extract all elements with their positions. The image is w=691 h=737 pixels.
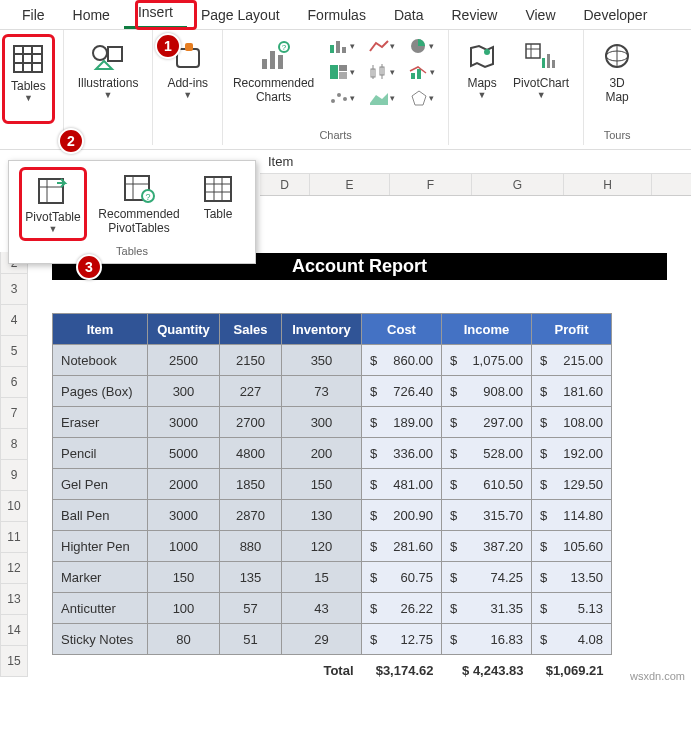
table-row[interactable]: Pencil50004800200$336.00$528.00$192.00 bbox=[53, 438, 612, 469]
tab-home[interactable]: Home bbox=[59, 1, 124, 29]
cell-item[interactable]: Eraser bbox=[53, 407, 148, 438]
tab-view[interactable]: View bbox=[511, 1, 569, 29]
cell-qty[interactable]: 1000 bbox=[148, 531, 220, 562]
tab-formulas[interactable]: Formulas bbox=[294, 1, 380, 29]
row-header[interactable]: 11 bbox=[0, 522, 28, 553]
cell-income[interactable]: $1,075.00 bbox=[442, 345, 532, 376]
cell-inv[interactable]: 130 bbox=[282, 500, 362, 531]
table-row[interactable]: Eraser30002700300$189.00$297.00$108.00 bbox=[53, 407, 612, 438]
th-sales[interactable]: Sales bbox=[220, 314, 282, 345]
cell-cost[interactable]: $189.00 bbox=[362, 407, 442, 438]
recommended-charts-button[interactable]: ? Recommended Charts bbox=[231, 34, 316, 124]
illustrations-button[interactable]: Illustrations ▼ bbox=[72, 34, 145, 124]
row-header[interactable]: 10 bbox=[0, 491, 28, 522]
cell-income[interactable]: $387.20 bbox=[442, 531, 532, 562]
cell-income[interactable]: $610.50 bbox=[442, 469, 532, 500]
cell-item[interactable]: Marker bbox=[53, 562, 148, 593]
cell-income[interactable]: $315.70 bbox=[442, 500, 532, 531]
row-header[interactable]: 8 bbox=[0, 429, 28, 460]
cell-item[interactable]: Gel Pen bbox=[53, 469, 148, 500]
cell-sales[interactable]: 4800 bbox=[220, 438, 282, 469]
table-button[interactable]: Table bbox=[191, 167, 245, 241]
cell-sales[interactable]: 2870 bbox=[220, 500, 282, 531]
cell-profit[interactable]: $108.00 bbox=[532, 407, 612, 438]
cell-cost[interactable]: $336.00 bbox=[362, 438, 442, 469]
row-header[interactable]: 6 bbox=[0, 367, 28, 398]
maps-button[interactable]: Maps ▼ bbox=[457, 34, 507, 124]
cell-inv[interactable]: 43 bbox=[282, 593, 362, 624]
tables-button[interactable]: Tables ▼ bbox=[2, 34, 55, 124]
cell-cost[interactable]: $200.90 bbox=[362, 500, 442, 531]
combo-chart-button[interactable]: ▾ bbox=[402, 60, 440, 84]
cell-sales[interactable]: 135 bbox=[220, 562, 282, 593]
cell-qty[interactable]: 100 bbox=[148, 593, 220, 624]
col-header-e[interactable]: E bbox=[310, 174, 390, 195]
cell-item[interactable]: Pages (Box) bbox=[53, 376, 148, 407]
cell-profit[interactable]: $13.50 bbox=[532, 562, 612, 593]
tab-file[interactable]: File bbox=[8, 1, 59, 29]
cell-item[interactable]: Sticky Notes bbox=[53, 624, 148, 655]
scatter-chart-button[interactable]: ▾ bbox=[322, 86, 360, 110]
cell-item[interactable]: Highter Pen bbox=[53, 531, 148, 562]
cell-inv[interactable]: 300 bbox=[282, 407, 362, 438]
cell-inv[interactable]: 350 bbox=[282, 345, 362, 376]
col-header-d[interactable]: D bbox=[260, 174, 310, 195]
treemap-chart-button[interactable]: ▾ bbox=[322, 60, 360, 84]
cell-profit[interactable]: $215.00 bbox=[532, 345, 612, 376]
statistic-chart-button[interactable]: ▾ bbox=[362, 60, 400, 84]
cell-inv[interactable]: 120 bbox=[282, 531, 362, 562]
cell-income[interactable]: $528.00 bbox=[442, 438, 532, 469]
line-chart-button[interactable]: ▾ bbox=[362, 34, 400, 58]
cell-income[interactable]: $16.83 bbox=[442, 624, 532, 655]
cell-qty[interactable]: 150 bbox=[148, 562, 220, 593]
col-header-g[interactable]: G bbox=[472, 174, 564, 195]
cell-profit[interactable]: $5.13 bbox=[532, 593, 612, 624]
cell-cost[interactable]: $26.22 bbox=[362, 593, 442, 624]
pivotchart-button[interactable]: PivotChart ▼ bbox=[507, 34, 575, 124]
cell-qty[interactable]: 5000 bbox=[148, 438, 220, 469]
pie-chart-button[interactable]: ▾ bbox=[402, 34, 440, 58]
cell-inv[interactable]: 200 bbox=[282, 438, 362, 469]
cell-income[interactable]: $31.35 bbox=[442, 593, 532, 624]
pivottable-button[interactable]: PivotTable ▼ bbox=[19, 167, 87, 241]
row-header[interactable]: 13 bbox=[0, 584, 28, 615]
tab-page-layout[interactable]: Page Layout bbox=[187, 1, 294, 29]
cell-item[interactable]: Pencil bbox=[53, 438, 148, 469]
table-row[interactable]: Marker15013515$60.75$74.25$13.50 bbox=[53, 562, 612, 593]
cell-inv[interactable]: 15 bbox=[282, 562, 362, 593]
row-header[interactable]: 12 bbox=[0, 553, 28, 584]
cell-cost[interactable]: $281.60 bbox=[362, 531, 442, 562]
cell-profit[interactable]: $4.08 bbox=[532, 624, 612, 655]
tab-review[interactable]: Review bbox=[438, 1, 512, 29]
cell-profit[interactable]: $181.60 bbox=[532, 376, 612, 407]
th-cost[interactable]: Cost bbox=[362, 314, 442, 345]
row-header[interactable]: 3 bbox=[0, 274, 28, 305]
tab-insert[interactable]: Insert bbox=[124, 0, 187, 29]
row-header[interactable]: 4 bbox=[0, 305, 28, 336]
col-header-f[interactable]: F bbox=[390, 174, 472, 195]
table-row[interactable]: Highter Pen1000880120$281.60$387.20$105.… bbox=[53, 531, 612, 562]
formula-bar[interactable]: Item bbox=[260, 150, 691, 174]
cell-qty[interactable]: 3000 bbox=[148, 407, 220, 438]
cell-inv[interactable]: 73 bbox=[282, 376, 362, 407]
table-row[interactable]: Pages (Box)30022773$726.40$908.00$181.60 bbox=[53, 376, 612, 407]
cell-cost[interactable]: $12.75 bbox=[362, 624, 442, 655]
row-header[interactable]: 9 bbox=[0, 460, 28, 491]
cell-qty[interactable]: 2500 bbox=[148, 345, 220, 376]
cell-inv[interactable]: 29 bbox=[282, 624, 362, 655]
th-item[interactable]: Item bbox=[53, 314, 148, 345]
cell-cost[interactable]: $481.00 bbox=[362, 469, 442, 500]
radar-chart-button[interactable]: ▾ bbox=[402, 86, 440, 110]
cell-profit[interactable]: $192.00 bbox=[532, 438, 612, 469]
cell-sales[interactable]: 51 bbox=[220, 624, 282, 655]
table-row[interactable]: Gel Pen20001850150$481.00$610.50$129.50 bbox=[53, 469, 612, 500]
cell-qty[interactable]: 3000 bbox=[148, 500, 220, 531]
cell-qty[interactable]: 2000 bbox=[148, 469, 220, 500]
cell-income[interactable]: $297.00 bbox=[442, 407, 532, 438]
surface-chart-button[interactable]: ▾ bbox=[362, 86, 400, 110]
th-qty[interactable]: Quantity bbox=[148, 314, 220, 345]
row-header[interactable]: 15 bbox=[0, 646, 28, 677]
cell-item[interactable]: Anticutter bbox=[53, 593, 148, 624]
column-chart-button[interactable]: ▾ bbox=[322, 34, 360, 58]
cell-item[interactable]: Ball Pen bbox=[53, 500, 148, 531]
